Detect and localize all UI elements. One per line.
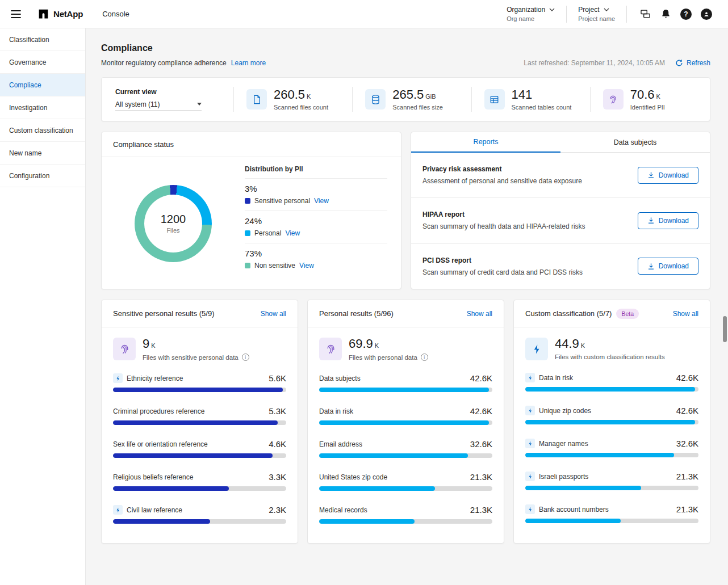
divider — [626, 6, 627, 23]
result-item: Sex life or orientation reference 4.6K — [113, 439, 286, 458]
sidebar-item-investigation[interactable]: Investigation — [0, 96, 85, 119]
show-all-link[interactable]: Show all — [673, 310, 698, 318]
tab-data-subjects[interactable]: Data subjects — [560, 132, 710, 153]
product-name: Console — [102, 10, 129, 18]
scrollbar-thumb[interactable] — [723, 316, 727, 342]
distribution-label: Sensitive personal — [254, 197, 310, 205]
legend-swatch — [245, 230, 250, 236]
lightning-icon — [525, 439, 535, 448]
stat-label: Scanned tables count — [512, 104, 572, 111]
result-list: Data subjects 42.6K Data in risk 42.6K — [308, 370, 504, 524]
divider — [590, 87, 591, 112]
refresh-button[interactable]: Refresh — [675, 59, 710, 67]
item-value: 5.6K — [269, 373, 286, 383]
download-button-privacy-risk[interactable]: Download — [638, 167, 698, 184]
item-label: Data in risk — [539, 374, 573, 382]
progress-bar-fill — [113, 388, 283, 392]
progress-bar-fill — [319, 388, 489, 392]
item-value: 4.6K — [269, 439, 286, 449]
show-all-link[interactable]: Show all — [467, 310, 492, 318]
tab-reports[interactable]: Reports — [411, 132, 560, 153]
progress-bar — [113, 420, 286, 425]
netapp-logo-mark — [37, 8, 49, 20]
result-item: Data in risk 42.6K — [525, 373, 698, 392]
account-icon[interactable] — [696, 4, 717, 24]
progress-bar — [319, 486, 492, 491]
lightning-icon — [525, 504, 535, 514]
item-value: 32.6K — [470, 439, 492, 449]
distribution-item-non-sensitive: 73% Non sensitive View — [245, 243, 387, 275]
hamburger-menu-icon[interactable] — [8, 6, 24, 22]
distribution-item-sensitive-personal: 3% Sensitive personal View — [245, 179, 387, 211]
download-icon — [647, 171, 655, 179]
download-button-hipaa[interactable]: Download — [638, 212, 698, 229]
donut-label: Files — [166, 227, 179, 234]
legend-swatch — [245, 263, 250, 268]
refresh-icon — [675, 59, 683, 67]
compliance-status-card: Compliance status 1200 Files Distributio… — [101, 132, 401, 289]
organization-selector[interactable]: Organization Org name — [503, 6, 558, 22]
info-icon[interactable]: i — [242, 353, 249, 361]
item-label: Religious beliefs reference — [113, 473, 193, 481]
sidebar-item-custom-classification[interactable]: Custom classification — [0, 119, 85, 142]
item-label: Medical records — [319, 506, 367, 514]
sidebar-item-compliance[interactable]: Compliace — [0, 74, 85, 96]
summary-label: Files with personal data — [349, 354, 417, 361]
progress-bar-fill — [113, 519, 210, 524]
sensitive-personal-results-card: Sensitive personal results (5/9) Show al… — [101, 300, 298, 544]
stat-value: 265.5 — [392, 87, 424, 102]
info-icon[interactable]: i — [421, 353, 428, 361]
scrollbar[interactable] — [722, 28, 728, 585]
connector-icon[interactable] — [635, 4, 655, 24]
stat-identified-pii: 70.6K Identified PII — [603, 89, 696, 111]
organization-label: Organization — [507, 6, 545, 14]
sidebar-item-classification[interactable]: Classification — [0, 28, 85, 51]
item-value: 2.3K — [269, 505, 286, 515]
progress-bar-fill — [113, 486, 229, 491]
compliance-status-body: 1200 Files Distribution by PII 3% Sensit… — [102, 157, 401, 289]
reports-tabs: Reports Data subjects — [411, 132, 710, 153]
result-item: Criminal procedures reference 5.3K — [113, 406, 286, 425]
view-link[interactable]: View — [314, 197, 329, 205]
show-all-link[interactable]: Show all — [261, 310, 286, 318]
results-row: Sensitive personal results (5/9) Show al… — [101, 300, 710, 544]
custom-classification-card: Custom classification (5/7) Beta Show al… — [513, 300, 710, 544]
progress-bar — [319, 420, 492, 425]
sidebar-item-configuration[interactable]: Configuration — [0, 165, 85, 187]
item-value: 32.6K — [676, 439, 698, 448]
project-selector[interactable]: Project Project name — [575, 6, 618, 22]
pii-donut-chart: 1200 Files — [135, 185, 212, 262]
summary-value: 44.9 — [555, 336, 579, 351]
stat-value: 260.5 — [274, 87, 305, 102]
learn-more-link[interactable]: Learn more — [231, 59, 266, 67]
distribution-percent: 73% — [245, 249, 387, 258]
card-summary: 69.9K Files with personal data i — [308, 327, 504, 370]
page-title: Compliance — [101, 43, 710, 53]
sidebar-item-governance[interactable]: Governance — [0, 51, 85, 74]
download-button-pci-dss[interactable]: Download — [638, 258, 698, 275]
table-icon — [484, 89, 505, 110]
current-view-select[interactable]: All system (11) — [115, 100, 202, 111]
progress-bar — [319, 388, 492, 392]
download-label: Download — [659, 217, 689, 225]
last-refreshed-text: Last refreshed: September 11, 2024, 10:0… — [524, 59, 665, 67]
view-link[interactable]: View — [285, 229, 300, 237]
divider — [352, 87, 353, 112]
download-label: Download — [659, 171, 689, 179]
organization-value: Org name — [507, 15, 555, 22]
progress-bar-fill — [319, 453, 468, 458]
view-link[interactable]: View — [299, 262, 314, 270]
progress-bar-fill — [525, 387, 695, 392]
lightning-icon — [525, 472, 535, 481]
item-label: Sex life or orientation reference — [113, 440, 208, 448]
help-icon[interactable]: ? — [676, 4, 696, 24]
notifications-bell-icon[interactable] — [655, 4, 676, 24]
fingerprint-icon — [319, 338, 342, 360]
progress-bar-fill — [113, 420, 278, 425]
sidebar-item-new-name[interactable]: New name — [0, 142, 85, 165]
progress-bar — [525, 420, 698, 424]
fingerprint-icon — [603, 89, 624, 110]
overview-stats-card: Current view All system (11) 260.5K Scan… — [101, 77, 710, 121]
donut-wrap: 1200 Files — [102, 157, 245, 289]
stat-scanned-files-size: 265.5GiB Scanned files size — [365, 89, 458, 111]
